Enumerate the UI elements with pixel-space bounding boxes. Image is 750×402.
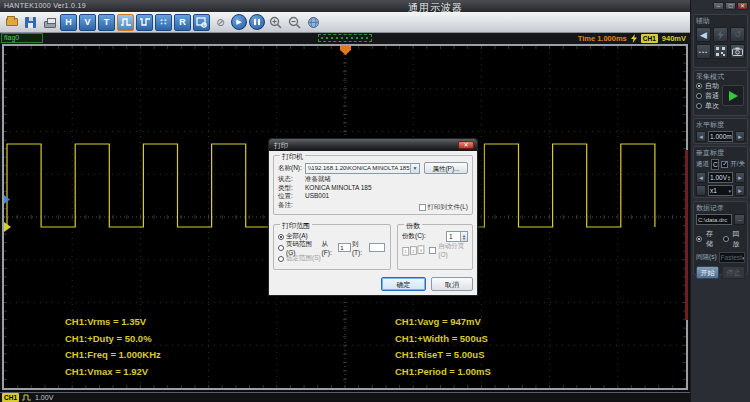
location-value: USB001 bbox=[305, 192, 329, 201]
preview-window-button[interactable] bbox=[193, 14, 210, 31]
store-label: 存储 bbox=[706, 229, 719, 249]
horizontal-section: 水平标度 ◄ 1.000ms▾ ► bbox=[693, 118, 748, 144]
pulse-mode-button[interactable] bbox=[117, 14, 134, 31]
qrcode-icon bbox=[716, 47, 725, 56]
undo-button-disabled: ↺ bbox=[730, 27, 745, 42]
vertical-title: 垂直标度 bbox=[696, 149, 745, 157]
pause-button[interactable] bbox=[249, 14, 265, 30]
timebase-dropdown[interactable]: 1.000ms▾ bbox=[708, 131, 733, 142]
probe-dropdown[interactable]: x1▾ bbox=[708, 185, 733, 196]
flag-tag[interactable]: flag0 bbox=[1, 33, 43, 43]
printer-name-select[interactable]: \\192.168.1.20\KONICA MINOLTA 185▼ bbox=[305, 163, 420, 174]
screenshot-button[interactable] bbox=[730, 44, 745, 59]
vertical-menu-button[interactable]: V bbox=[79, 14, 96, 31]
language-button[interactable] bbox=[305, 14, 322, 31]
measurement-freq: CH1:Freq = 1.000KHz bbox=[65, 347, 161, 364]
reference-button[interactable]: R bbox=[174, 14, 191, 31]
zoom-in-button[interactable] bbox=[267, 14, 284, 31]
store-radio[interactable] bbox=[696, 236, 702, 242]
channel-label: 通道 bbox=[696, 160, 709, 169]
radio-single[interactable] bbox=[696, 103, 702, 109]
status-bar: flag0 Time 1.000ms CH1 940mV bbox=[0, 33, 690, 44]
print-to-file-checkbox[interactable] bbox=[419, 204, 426, 211]
timebase-readout: Time 1.000ms bbox=[578, 34, 627, 43]
copies-group: 份数 份数(C): 1▲▼ 1 2 3 自动分页(O) bbox=[397, 224, 473, 270]
record-stop-button-disabled: 停止 bbox=[722, 266, 745, 279]
right-scroll-indicator[interactable] bbox=[685, 150, 688, 320]
utility-title: 辅助 bbox=[696, 17, 745, 25]
radio-auto[interactable] bbox=[696, 83, 702, 89]
replay-radio[interactable] bbox=[723, 236, 729, 242]
select-arrow-icon[interactable]: ▼ bbox=[410, 164, 419, 173]
copies-spinner[interactable]: 1▲▼ bbox=[446, 231, 468, 242]
to-label: 到(T): bbox=[352, 240, 368, 256]
flash-icon bbox=[717, 30, 724, 40]
from-input[interactable]: 1 bbox=[338, 243, 351, 252]
run-button[interactable]: ▶ bbox=[231, 14, 247, 30]
record-viewport-preview[interactable] bbox=[318, 34, 372, 42]
volts-increase-button[interactable]: ► bbox=[735, 172, 745, 183]
copies-value: 1 bbox=[449, 233, 453, 240]
disabled-circle-icon: ⊘ bbox=[216, 17, 224, 28]
save-button[interactable] bbox=[22, 14, 39, 31]
print-button[interactable] bbox=[41, 14, 58, 31]
volts-scale-spinner[interactable]: 1.00V▲▼ bbox=[708, 172, 733, 183]
open-file-button[interactable] bbox=[3, 14, 20, 31]
record-start-button[interactable]: 开始 bbox=[696, 266, 719, 279]
more-options-button[interactable]: ••• bbox=[696, 44, 711, 59]
ok-button[interactable]: 确定 bbox=[381, 277, 426, 291]
print-dialog-titlebar[interactable]: 打印 ✕ bbox=[269, 139, 477, 151]
stop-indicator-button[interactable]: ⊘ bbox=[212, 14, 229, 31]
app-title: HANTEK1000 Ver1.0.19 bbox=[4, 2, 86, 9]
cancel-button[interactable]: 取消 bbox=[431, 277, 473, 291]
trigger-menu-button[interactable]: T bbox=[98, 14, 115, 31]
printer-group: 打印机 名称(N): \\192.168.1.20\KONICA MINOLTA… bbox=[273, 155, 473, 215]
range-group-label: 打印范围 bbox=[280, 221, 312, 231]
range-all-radio[interactable] bbox=[278, 234, 284, 240]
horizontal-menu-button[interactable]: H bbox=[60, 14, 77, 31]
camera-icon bbox=[732, 47, 743, 56]
print-dialog-body: 打印机 名称(N): \\192.168.1.20\KONICA MINOLTA… bbox=[269, 151, 477, 295]
close-button[interactable]: ✕ bbox=[737, 2, 748, 10]
dialog-close-button[interactable]: ✕ bbox=[458, 141, 474, 149]
probe-increase-button[interactable]: ► bbox=[735, 185, 745, 196]
channel-onoff-checkbox[interactable] bbox=[721, 161, 728, 168]
measurement-vavg: CH1:Vavg = 947mV bbox=[395, 314, 491, 331]
properties-button[interactable]: 属性(P)... bbox=[424, 162, 468, 174]
qrcode-button[interactable] bbox=[713, 44, 728, 59]
copies-spinner-arrows[interactable]: ▲▼ bbox=[460, 232, 467, 241]
back-button[interactable]: ◀ bbox=[696, 27, 711, 42]
copies-group-label: 份数 bbox=[404, 221, 422, 231]
range-pages-option[interactable]: 页码范围(G) 从(F): 1 到(T): bbox=[278, 242, 386, 253]
measurements-left: CH1:Vrms = 1.35V CH1:+Duty = 50.0% CH1:F… bbox=[65, 314, 161, 380]
dots-icon: ∷ bbox=[161, 17, 167, 27]
record-title: 数据记录 bbox=[696, 204, 745, 212]
channel-badge[interactable]: CH1 bbox=[2, 393, 19, 402]
caret-icon: ▾ bbox=[728, 188, 731, 194]
channel-dropdown[interactable]: CH1▾ bbox=[711, 159, 719, 170]
to-input[interactable] bbox=[369, 243, 385, 252]
range-pages-radio[interactable] bbox=[278, 245, 284, 251]
measurement-width: CH1:+Width = 500uS bbox=[395, 331, 491, 348]
spinner-arrows-icon[interactable]: ▲▼ bbox=[727, 175, 731, 181]
acquire-run-button[interactable] bbox=[722, 85, 744, 106]
print-to-file-option[interactable]: 打印到文件(L) bbox=[419, 203, 468, 212]
browse-button[interactable]: ... bbox=[734, 214, 745, 225]
play-icon: ▶ bbox=[236, 18, 241, 26]
timebase-increase-button[interactable]: ► bbox=[735, 131, 745, 142]
acquire-section: 采集模式 自动 普通 单次 bbox=[693, 70, 748, 116]
floppy-icon bbox=[25, 17, 36, 28]
cursor-measure-button[interactable]: ∷ bbox=[155, 14, 172, 31]
control-sidebar: – □ ✕ 辅助 ◀ ↺ ••• 采集模式 自动 普通 bbox=[690, 0, 750, 402]
vertical-section: 垂直标度 通道 CH1▾ 开/关 ◄ 1.00V▲▼ ► x1▾ ► bbox=[693, 146, 748, 198]
pulse-mode2-button[interactable] bbox=[136, 14, 153, 31]
minimize-button[interactable]: – bbox=[713, 2, 724, 10]
maximize-button[interactable]: □ bbox=[725, 2, 736, 10]
zoom-out-button[interactable] bbox=[286, 14, 303, 31]
timebase-decrease-button[interactable]: ◄ bbox=[696, 131, 706, 142]
volts-decrease-button[interactable]: ◄ bbox=[696, 172, 706, 183]
radio-normal[interactable] bbox=[696, 93, 702, 99]
measurement-period: CH1:Period = 1.00mS bbox=[395, 364, 491, 381]
trigger-info: Time 1.000ms CH1 940mV bbox=[578, 33, 686, 44]
record-path-input[interactable]: C:\data.drc bbox=[696, 214, 732, 225]
